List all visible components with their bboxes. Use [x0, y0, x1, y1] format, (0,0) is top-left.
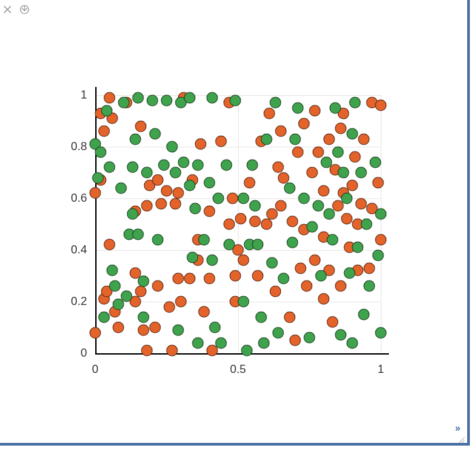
data-point	[252, 270, 264, 282]
data-point	[126, 162, 138, 173]
data-point	[135, 120, 147, 132]
data-point	[138, 311, 150, 323]
data-point	[195, 139, 207, 150]
data-point	[107, 265, 118, 276]
data-point	[324, 133, 335, 145]
data-point	[238, 296, 250, 308]
data-point	[261, 219, 273, 230]
data-point	[133, 92, 144, 103]
data-point	[304, 332, 316, 344]
data-point	[133, 229, 144, 240]
data-point	[169, 198, 181, 209]
data-point	[241, 345, 252, 357]
data-point	[229, 94, 241, 106]
data-point	[192, 159, 204, 170]
data-point	[238, 193, 250, 204]
data-point	[98, 311, 109, 323]
data-point	[361, 219, 373, 230]
data-point	[212, 193, 224, 204]
data-point	[115, 182, 126, 194]
data-point	[352, 242, 364, 253]
data-point	[184, 272, 195, 284]
data-point	[290, 133, 301, 145]
data-point	[161, 185, 173, 196]
scatter-plot: 00.20.40.60.8100.51	[95, 95, 381, 353]
data-point	[109, 281, 121, 292]
data-point	[238, 255, 250, 266]
data-point	[298, 193, 309, 204]
data-point	[338, 167, 350, 179]
expand-icon[interactable]: »	[455, 423, 460, 433]
data-point	[175, 296, 187, 308]
data-point	[164, 301, 175, 312]
data-point	[358, 133, 369, 145]
data-point	[215, 337, 226, 348]
data-point	[215, 136, 226, 147]
resize-corner-icon[interactable]	[458, 433, 464, 440]
data-point	[150, 322, 161, 334]
data-point	[167, 141, 178, 153]
data-point	[341, 193, 352, 204]
data-point	[375, 100, 387, 111]
data-point	[90, 327, 101, 338]
close-icon[interactable]	[3, 5, 12, 14]
data-point	[347, 128, 358, 140]
data-point	[184, 180, 195, 192]
data-point	[155, 198, 167, 209]
data-point	[350, 151, 361, 163]
y-tick-label: 1	[53, 88, 87, 102]
data-point	[335, 281, 347, 292]
data-point	[184, 92, 195, 103]
data-point	[250, 216, 261, 228]
data-point	[104, 239, 116, 251]
data-point	[152, 175, 164, 186]
data-point	[318, 293, 330, 305]
toolbar	[3, 4, 30, 15]
data-point	[358, 309, 369, 321]
data-point	[224, 239, 235, 251]
data-point	[172, 187, 184, 199]
data-point	[309, 255, 321, 266]
data-point	[301, 281, 312, 292]
data-point	[104, 162, 116, 173]
data-point	[364, 262, 375, 274]
data-point	[101, 105, 112, 116]
data-point	[355, 198, 367, 209]
data-point	[326, 317, 338, 328]
data-point	[275, 200, 287, 212]
y-axis	[95, 87, 97, 353]
app-window: 00.20.40.60.8100.51 »	[0, 0, 470, 446]
y-tick-label: 0.2	[53, 295, 87, 308]
data-point	[204, 177, 216, 189]
data-point	[258, 337, 269, 348]
data-point	[198, 234, 209, 245]
data-point	[355, 167, 367, 179]
data-point	[364, 281, 375, 292]
data-point	[286, 216, 298, 228]
data-point	[272, 327, 284, 338]
download-icon[interactable]	[19, 4, 30, 15]
data-point	[329, 103, 341, 114]
data-point	[118, 97, 130, 109]
data-point	[104, 92, 116, 103]
data-point	[141, 167, 152, 179]
data-point	[312, 146, 324, 158]
data-point	[290, 335, 301, 346]
data-point	[207, 92, 218, 103]
data-point	[347, 180, 358, 192]
data-point	[141, 200, 152, 212]
data-point	[152, 234, 164, 245]
data-point	[147, 94, 158, 106]
data-point	[190, 203, 201, 215]
data-point	[284, 311, 295, 323]
data-point	[235, 213, 247, 225]
data-point	[90, 187, 101, 199]
data-point	[172, 324, 184, 336]
data-point	[269, 97, 281, 109]
data-point	[307, 167, 318, 179]
data-point	[158, 159, 169, 170]
data-point	[350, 97, 361, 109]
data-point	[243, 177, 255, 189]
data-point	[224, 219, 235, 230]
data-point	[298, 118, 309, 129]
